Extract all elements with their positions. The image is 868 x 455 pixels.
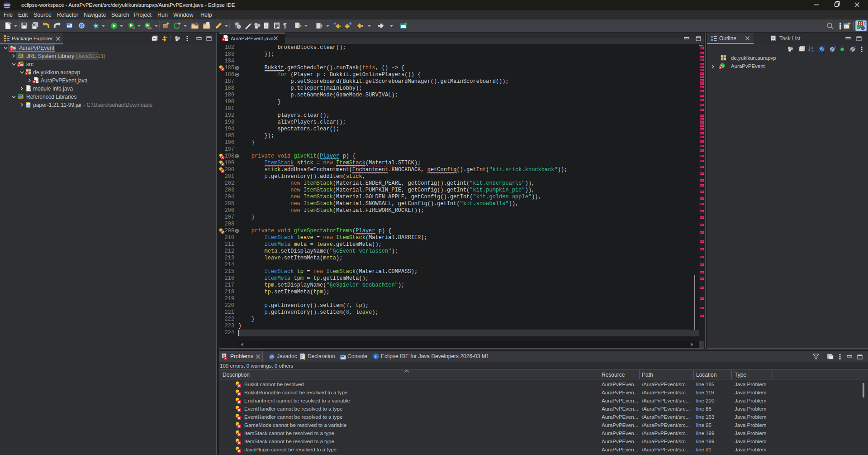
svg-text:010: 010 xyxy=(27,104,30,106)
svg-text:z: z xyxy=(812,49,814,53)
svg-text:i: i xyxy=(375,354,377,359)
svg-text:J: J xyxy=(14,45,16,49)
svg-text:J: J xyxy=(37,78,39,82)
svg-text:C: C xyxy=(237,25,240,29)
svg-text:J: J xyxy=(226,36,228,40)
svg-text:@: @ xyxy=(270,354,274,359)
svg-text:J: J xyxy=(29,86,31,91)
svg-text:J: J xyxy=(863,21,866,26)
